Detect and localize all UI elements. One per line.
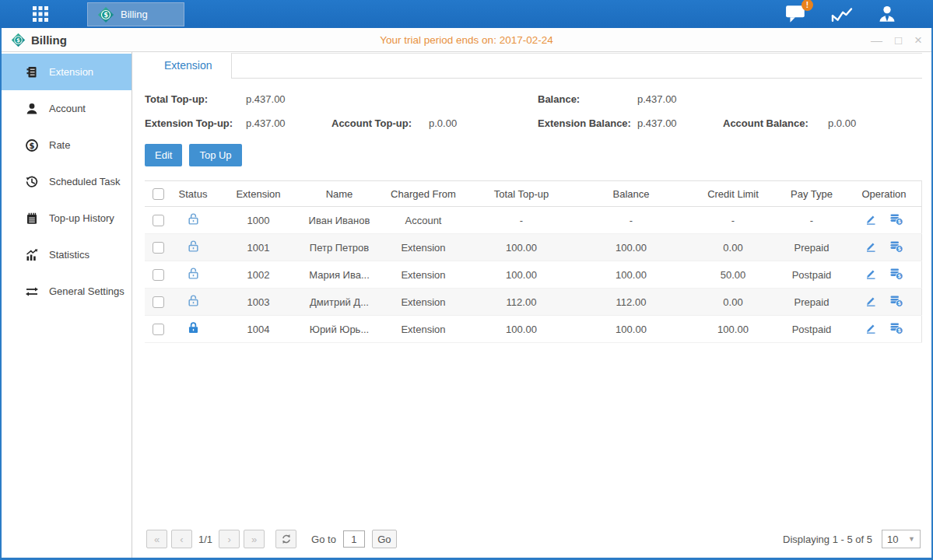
taskbar-tab-label: Billing [121,9,148,20]
page-size-select[interactable]: 10 ▼ [882,530,921,548]
col-total-topup: Total Top-up [470,181,573,207]
notifications-button[interactable]: ! [785,5,807,23]
taskbar: $ Billing ! [0,0,933,28]
svg-text:$: $ [898,273,902,279]
balance-cell: 100.00 [573,261,689,289]
next-page-button[interactable]: › [219,530,240,548]
prev-page-button[interactable]: ‹ [171,530,192,548]
last-page-button[interactable]: » [244,530,265,548]
table-row: 1004Юрий Юрь...Extension100.00100.00100.… [145,316,922,343]
row-checkbox[interactable] [153,269,164,281]
page-indicator: 1/1 [198,534,212,545]
grid-icon [31,5,50,23]
ledger-icon [25,65,39,79]
row-checkbox[interactable] [153,242,164,254]
topup-row-icon[interactable]: $ [889,268,903,282]
edit-button[interactable]: Edit [145,144,182,166]
topup-row-icon[interactable]: $ [889,322,903,337]
refresh-button[interactable] [275,530,296,548]
first-page-button[interactable]: « [146,530,167,548]
billing-diamond-icon: $ [11,33,26,47]
topup-row-icon[interactable]: $ [889,213,903,228]
credit-limit-cell: 50.00 [689,261,777,289]
credit-limit-cell: 100.00 [689,316,777,343]
close-button[interactable]: × [914,33,922,47]
balance-value: p.437.00 [637,92,723,107]
tab-strip-filler [231,53,922,79]
minimize-button[interactable]: — [871,34,882,46]
pay-type-cell: Postpaid [777,316,847,343]
sidebar-item-statistics[interactable]: Statistics [2,236,132,273]
total-topup-cell: 100.00 [470,261,573,289]
sidebar-item-scheduled-task[interactable]: Scheduled Task [2,163,132,200]
edit-row-icon[interactable] [865,213,877,228]
row-checkbox[interactable] [153,215,164,226]
charged-from-cell: Extension [377,261,470,289]
sidebar-item-label: Rate [49,139,70,151]
go-button[interactable]: Go [372,530,397,548]
extension-cell: 1004 [215,316,302,343]
edit-row-icon[interactable] [865,240,877,255]
pay-type-cell: Postpaid [777,261,847,289]
window-title: Billing [31,33,67,47]
svg-text:$: $ [898,246,902,252]
app-window: $ Billing ! [0,0,933,560]
table-row: 1002Мария Ива...Extension100.00100.0050.… [145,261,922,289]
extension-table-body: 1000Иван ИвановAccount----$1001Петр Петр… [145,207,922,343]
total-topup-cell: 100.00 [470,234,573,261]
maximize-button[interactable]: □ [895,34,902,46]
sidebar-item-label: Account [49,103,86,114]
balance-summary: Total Top-up: p.437.00 Balance: p.437.00… [145,92,922,131]
row-checkbox[interactable] [153,324,164,335]
name-cell: Иван Иванов [302,207,377,234]
svg-text:$: $ [898,219,902,225]
extension-table: Status Extension Name Charged From Total… [145,180,922,343]
name-cell: Мария Ива... [302,261,377,289]
top-up-button[interactable]: Top Up [189,144,241,166]
sidebar-item-extension[interactable]: Extension [2,54,132,90]
extension-topup-value: p.437.00 [246,116,331,131]
sidebar-item-general-settings[interactable]: General Settings [2,273,132,310]
account-topup-label: Account Top-up: [331,116,429,131]
tab-extension[interactable]: Extension [145,53,231,79]
pay-type-cell: Prepaid [777,234,847,261]
total-topup-label: Total Top-up: [145,92,246,107]
unlocked-icon [187,294,200,310]
col-extension: Extension [215,181,302,207]
svg-text:$: $ [898,327,902,334]
sidebar-item-topup-history[interactable]: Top-up History [2,200,132,236]
extension-cell: 1000 [215,207,302,234]
total-topup-cell: 112.00 [470,289,573,316]
app-launcher-grid-icon[interactable] [0,0,81,28]
sliders-icon [25,285,39,299]
name-cell: Дмитрий Д... [302,289,377,316]
sidebar-item-rate[interactable]: $ Rate [2,127,132,163]
main-content: Extension Total Top-up: p.437.00 Balance… [132,52,931,558]
goto-page-input[interactable] [343,530,365,548]
row-checkbox[interactable] [153,296,164,308]
topup-row-icon[interactable]: $ [889,240,903,255]
svg-text:$: $ [898,300,902,306]
pay-type-cell: Prepaid [777,289,847,316]
select-all-checkbox[interactable] [153,188,164,200]
sidebar-item-label: Extension [49,66,93,78]
person-icon [25,102,39,116]
topup-row-icon[interactable]: $ [889,295,903,310]
col-name: Name [302,181,377,207]
name-cell: Петр Петров [302,234,377,261]
pagination-bar: « ‹ 1/1 › » Go to Go [145,530,922,558]
user-account-button[interactable] [877,4,897,24]
credit-limit-cell: 0.00 [689,234,777,261]
trial-notice: Your trial period ends on: 2017-02-24 [2,34,931,46]
taskbar-tab-billing[interactable]: $ Billing [87,2,184,26]
sidebar-item-account[interactable]: Account [2,90,132,127]
statistics-shortcut-button[interactable] [830,5,854,23]
edit-row-icon[interactable] [865,268,877,282]
total-topup-value: p.437.00 [246,92,331,107]
edit-row-icon[interactable] [865,322,877,337]
edit-row-icon[interactable] [865,295,877,310]
table-row: 1003Дмитрий Д...Extension112.00112.000.0… [145,289,922,316]
extension-balance-label: Extension Balance: [538,116,637,131]
table-row: 1001Петр ПетровExtension100.00100.000.00… [145,234,922,261]
sidebar-item-label: General Settings [49,285,125,297]
